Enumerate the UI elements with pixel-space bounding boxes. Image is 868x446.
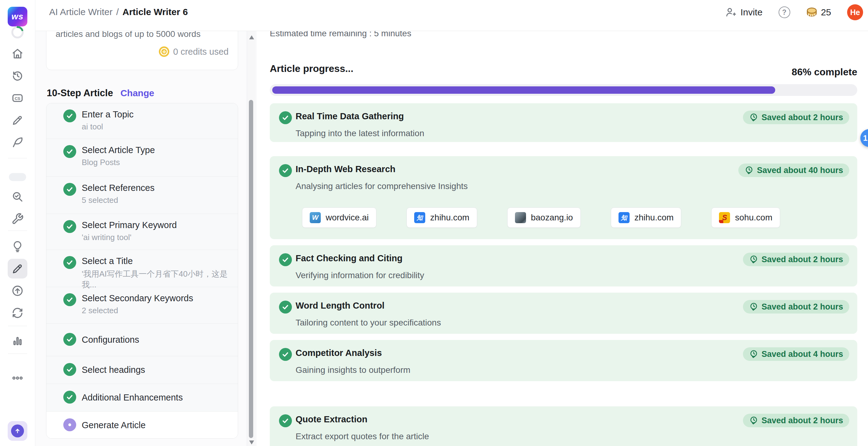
cs-badge-label: CS xyxy=(15,96,21,101)
home-icon[interactable] xyxy=(11,48,24,60)
progress-title: Article progress... xyxy=(270,63,353,75)
step-select-secondary-keywords[interactable]: Select Secondary Keywords2 selected xyxy=(46,287,238,323)
clock-check-icon xyxy=(749,255,758,264)
step-value: 'ai writing tool' xyxy=(82,233,177,242)
step-configurations[interactable]: Configurations xyxy=(46,323,238,356)
change-plan-link[interactable]: Change xyxy=(120,88,154,98)
step-value: '我用AI写作工具一个月省下40小时，这是我... xyxy=(82,269,238,290)
sidebar-divider xyxy=(8,158,27,158)
step-select-article-type[interactable]: Select Article TypeBlog Posts xyxy=(46,139,238,176)
check-circle-icon xyxy=(63,333,76,347)
progress-percent: 86% complete xyxy=(792,66,857,78)
article-writer-icon-active[interactable] xyxy=(8,259,27,278)
step-generate-article[interactable]: Generate Article xyxy=(46,411,238,439)
source-chip-wordvice[interactable]: W wordvice.ai xyxy=(302,207,376,228)
step-enter-a-topic[interactable]: Enter a Topicai tool xyxy=(46,103,238,139)
lightbulb-icon[interactable] xyxy=(11,240,24,252)
step-select-primary-keyword[interactable]: Select Primary Keyword'ai writing tool' xyxy=(46,214,238,249)
step-label: Enter a Topic xyxy=(82,110,134,120)
progress-bar xyxy=(270,84,857,96)
task-title: Real Time Data Gathering xyxy=(296,111,404,121)
check-circle-icon xyxy=(279,414,292,428)
check-circle-icon xyxy=(279,111,292,125)
task-subtitle: Tapping into the latest information xyxy=(296,128,424,138)
source-chip-baozang[interactable]: baozang.io xyxy=(507,207,581,228)
task-card-fact-checking: Fact Checking and Citing Verifying infor… xyxy=(270,245,857,287)
step-value: 2 selected xyxy=(82,306,193,315)
step-label: Select Article Type xyxy=(82,145,155,155)
header-actions: Invite ? 25 He xyxy=(725,3,863,22)
credits-count: 25 xyxy=(821,7,831,18)
in-progress-circle-icon xyxy=(63,418,76,433)
invite-button[interactable]: Invite xyxy=(725,7,763,18)
task-card-word-length: Word Length Control Tailoring content to… xyxy=(270,293,857,334)
check-circle-icon xyxy=(279,301,292,315)
step-additional-enhancements[interactable]: Additional Enhancements xyxy=(46,384,238,411)
step-select-a-title[interactable]: Select a Title'我用AI写作工具一个月省下40小时，这是我... xyxy=(46,249,238,287)
more-options-icon[interactable] xyxy=(11,372,24,384)
step-label: Select References xyxy=(82,183,155,193)
credits-balance[interactable]: 25 xyxy=(806,7,831,18)
credits-used: 0 credits used xyxy=(159,47,228,57)
upload-circle-icon[interactable] xyxy=(11,285,24,297)
clock-check-icon xyxy=(749,350,758,359)
task-card-quote-extraction: Quote Extraction Extract export quotes f… xyxy=(270,406,857,446)
user-avatar[interactable]: He xyxy=(847,4,863,20)
refresh-icon[interactable] xyxy=(11,307,24,319)
clock-check-icon xyxy=(744,166,754,175)
step-label: Generate Article xyxy=(82,420,146,430)
search-check-icon[interactable] xyxy=(11,190,24,203)
step-label: Select Secondary Keywords xyxy=(82,293,193,303)
progress-ring-icon[interactable] xyxy=(10,25,25,39)
arrow-up-icon xyxy=(11,424,24,437)
clock-check-icon xyxy=(749,113,758,122)
source-chip-zhihu[interactable]: 知 zhihu.com xyxy=(406,207,477,228)
step-value: ai tool xyxy=(82,122,134,131)
step-select-references[interactable]: Select References5 selected xyxy=(46,176,238,214)
steps-list: Enter a Topicai tool Select Article Type… xyxy=(46,103,238,439)
breadcrumb-section[interactable]: AI Article Writer xyxy=(49,7,113,17)
wordvice-favicon: W xyxy=(310,212,321,223)
bar-chart-icon[interactable] xyxy=(11,334,24,347)
coin-icon xyxy=(806,7,817,18)
check-circle-icon xyxy=(63,363,76,377)
pencil-icon[interactable] xyxy=(11,114,24,126)
tool-info-card: articles and blogs of up to 5000 words 0… xyxy=(46,31,238,70)
check-circle-icon xyxy=(279,348,292,362)
cs-badge-icon[interactable]: CS xyxy=(11,92,24,104)
scrollbar-down-arrow[interactable] xyxy=(249,441,254,444)
help-icon[interactable]: ? xyxy=(779,6,790,18)
time-saved-badge: Saved about 40 hours xyxy=(738,163,849,177)
sohu-favicon: S xyxy=(719,212,730,223)
check-circle-icon xyxy=(63,256,76,270)
task-subtitle: Tailoring content to your specifications xyxy=(296,318,441,328)
logo-text: ws xyxy=(11,12,23,22)
task-subtitle: Extract export quotes for the article xyxy=(296,432,429,441)
placeholder-pill xyxy=(9,173,26,181)
breadcrumb-separator: / xyxy=(116,7,119,17)
clock-check-icon xyxy=(749,416,758,425)
check-circle-icon xyxy=(279,253,292,267)
check-circle-icon xyxy=(63,220,76,234)
task-title: In-Depth Web Research xyxy=(296,164,396,174)
task-card-competitor-analysis: Competitor Analysis Gaining insights to … xyxy=(270,340,857,381)
task-card-real-time-data: Real Time Data Gathering Tapping into th… xyxy=(270,103,857,142)
source-chips: W wordvice.ai 知 zhihu.com baozang.io 知 z… xyxy=(302,207,780,228)
estimated-time: Estimated time remaining : 5 minutes xyxy=(270,31,411,38)
person-add-icon xyxy=(725,7,736,18)
task-card-web-research: In-Depth Web Research Analysing articles… xyxy=(270,156,857,239)
task-subtitle: Analysing articles for comprehensive Ins… xyxy=(296,181,468,191)
scrollbar-thumb[interactable] xyxy=(249,100,253,438)
writesonic-logo[interactable]: ws xyxy=(8,7,27,26)
quill-icon[interactable] xyxy=(11,136,24,148)
invite-label: Invite xyxy=(741,7,763,18)
task-title: Fact Checking and Citing xyxy=(296,253,403,263)
scroll-top-button[interactable] xyxy=(8,421,27,441)
history-icon[interactable] xyxy=(11,70,24,82)
wrench-icon[interactable] xyxy=(11,213,24,225)
scrollbar-up-arrow[interactable] xyxy=(249,35,254,39)
task-subtitle: Verifying information for credibility xyxy=(296,270,424,280)
source-chip-sohu[interactable]: S sohu.com xyxy=(711,207,780,228)
source-chip-zhihu-2[interactable]: 知 zhihu.com xyxy=(611,207,682,228)
step-select-headings[interactable]: Select headings xyxy=(46,356,238,384)
